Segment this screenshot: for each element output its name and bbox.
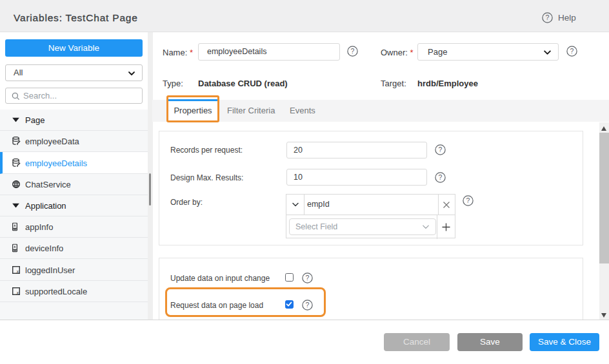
svg-text:?: ? (546, 14, 550, 21)
svg-text:?: ? (466, 196, 470, 204)
svg-text:?: ? (306, 274, 310, 282)
svg-text:?: ? (439, 173, 443, 181)
svg-text:?: ? (570, 47, 574, 55)
svg-text:x: x (15, 268, 19, 274)
svg-text:?: ? (351, 47, 355, 55)
svg-text:?: ? (439, 146, 443, 153)
svg-text:x: x (15, 289, 19, 295)
